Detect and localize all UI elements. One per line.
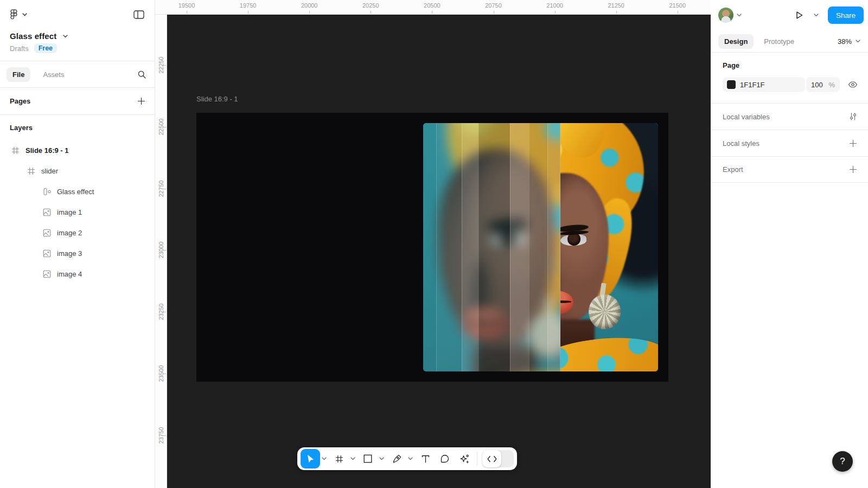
main-menu-button[interactable] (10, 9, 27, 20)
move-icon (305, 453, 316, 464)
ruler-tick (371, 11, 371, 14)
opacity-unit: % (828, 81, 835, 89)
pen-tool[interactable] (387, 449, 406, 468)
help-button[interactable]: ? (832, 451, 853, 472)
chevron-down-icon (63, 35, 68, 38)
ruler-tick (187, 11, 187, 14)
ruler-label: 20500 (424, 2, 441, 9)
text-icon (421, 454, 430, 464)
search-button[interactable] (136, 68, 148, 81)
frame-icon (335, 455, 343, 463)
layer-row-image-3[interactable]: image 3 (0, 243, 155, 264)
page-color-input[interactable]: 1F1F1F (723, 77, 805, 92)
ruler-tick (678, 11, 678, 14)
toggle-panel-button[interactable] (132, 9, 146, 21)
actions-tool[interactable] (455, 449, 474, 468)
plan-badge[interactable]: Free (34, 43, 57, 53)
opacity-value[interactable]: 100 (811, 81, 823, 89)
section-local-variables[interactable]: Local variables (711, 103, 868, 130)
layers-list: Slide 16:9 - 1sliderGlass effectimage 1i… (0, 140, 155, 284)
panel-toggle-icon (133, 10, 144, 19)
dev-mode-toggle[interactable] (482, 450, 514, 467)
color-hex-value[interactable]: 1F1F1F (740, 81, 765, 89)
chevron-down-icon[interactable] (737, 14, 742, 17)
section-export[interactable]: Export (711, 156, 868, 183)
horizontal-ruler[interactable]: 1950019750200002025020500207502100021250… (155, 0, 711, 15)
ruler-label: 20000 (301, 2, 318, 9)
frame-tool[interactable] (329, 449, 349, 468)
add-page-button[interactable] (136, 95, 147, 107)
ruler-tick (163, 65, 166, 66)
chevron-down-icon (350, 457, 355, 460)
plus-icon (849, 139, 857, 147)
tab-assets[interactable]: Assets (37, 67, 70, 82)
image-icon (42, 229, 52, 237)
color-swatch[interactable] (727, 80, 736, 89)
pen-tool-dropdown[interactable] (406, 449, 414, 468)
divider (477, 452, 477, 466)
shape-tool[interactable] (358, 449, 378, 468)
play-icon (794, 10, 805, 21)
page-opacity-input[interactable]: 100 % (806, 77, 840, 92)
present-button[interactable] (793, 8, 806, 23)
layer-label: image 1 (57, 208, 82, 216)
chevron-down-icon[interactable] (856, 40, 860, 43)
plus-icon (849, 165, 857, 174)
visibility-toggle-button[interactable] (846, 79, 859, 90)
layer-row-slider[interactable]: slider (0, 160, 155, 181)
frame-label[interactable]: Slide 16:9 - 1 (196, 95, 238, 103)
text-tool[interactable] (416, 449, 435, 468)
canvas-background[interactable]: Slide 16:9 - 1 (167, 15, 711, 488)
file-title: Glass effect (10, 31, 56, 41)
move-tool-dropdown[interactable] (320, 449, 328, 468)
layer-label: Slide 16:9 - 1 (25, 146, 68, 155)
canvas[interactable]: Slide 16:9 - 1 (155, 0, 711, 488)
frame-icon (11, 146, 20, 155)
pen-icon (392, 454, 402, 464)
figma-logo-icon (10, 9, 18, 20)
code-icon (487, 455, 497, 463)
glass-effect-image[interactable] (423, 123, 658, 371)
image-icon (42, 249, 52, 258)
account-menu-button[interactable] (718, 8, 733, 23)
tab-design[interactable]: Design (718, 34, 754, 49)
ruler-label: 20750 (485, 2, 502, 9)
layer-row-glass-effect[interactable]: Glass effect (0, 181, 155, 202)
chevron-down-icon[interactable] (814, 14, 819, 17)
chevron-down-icon (322, 457, 327, 460)
slide-frame[interactable] (196, 113, 668, 382)
comment-tool[interactable] (435, 449, 455, 468)
frame-tool-dropdown[interactable] (349, 449, 357, 468)
section-local-styles[interactable]: Local styles (711, 130, 868, 156)
ruler-tick (163, 250, 166, 251)
shape-tool-dropdown[interactable] (378, 449, 386, 468)
ruler-tick (163, 435, 166, 436)
ruler-label: 21000 (546, 2, 563, 9)
zoom-level[interactable]: 38% (838, 37, 852, 46)
section-local-styles-action[interactable] (847, 137, 859, 150)
tab-file[interactable]: File (7, 67, 30, 82)
move-tool[interactable] (301, 449, 320, 468)
file-menu-button[interactable] (61, 33, 69, 40)
section-label: Local variables (723, 113, 770, 121)
layer-row-image-4[interactable]: image 4 (0, 264, 155, 284)
share-button[interactable]: Share (828, 7, 864, 24)
left-sidebar: Glass effect Drafts Free File Assets Pag… (0, 0, 155, 488)
tab-prototype[interactable]: Prototype (758, 34, 800, 49)
right-sidebar: Share Design Prototype 38% Page 1F1F1F 1… (711, 0, 868, 488)
chevron-down-icon (379, 457, 384, 460)
frame-icon (27, 167, 36, 175)
vertical-ruler[interactable]: 22250225002275023000232502350023750 (155, 0, 167, 488)
ruler-label: 20250 (362, 2, 379, 9)
layer-row-slide-16-9-1[interactable]: Slide 16:9 - 1 (0, 140, 155, 160)
ruler-tick (248, 11, 248, 14)
section-local-variables-action[interactable] (847, 110, 859, 123)
ruler-tick (616, 11, 617, 14)
layer-label: image 2 (57, 229, 82, 237)
pages-header: Pages (10, 97, 30, 105)
layer-label: image 3 (57, 249, 82, 258)
layer-row-image-1[interactable]: image 1 (0, 202, 155, 222)
breadcrumb[interactable]: Drafts (10, 44, 29, 53)
layer-row-image-2[interactable]: image 2 (0, 222, 155, 243)
section-export-action[interactable] (847, 163, 859, 176)
